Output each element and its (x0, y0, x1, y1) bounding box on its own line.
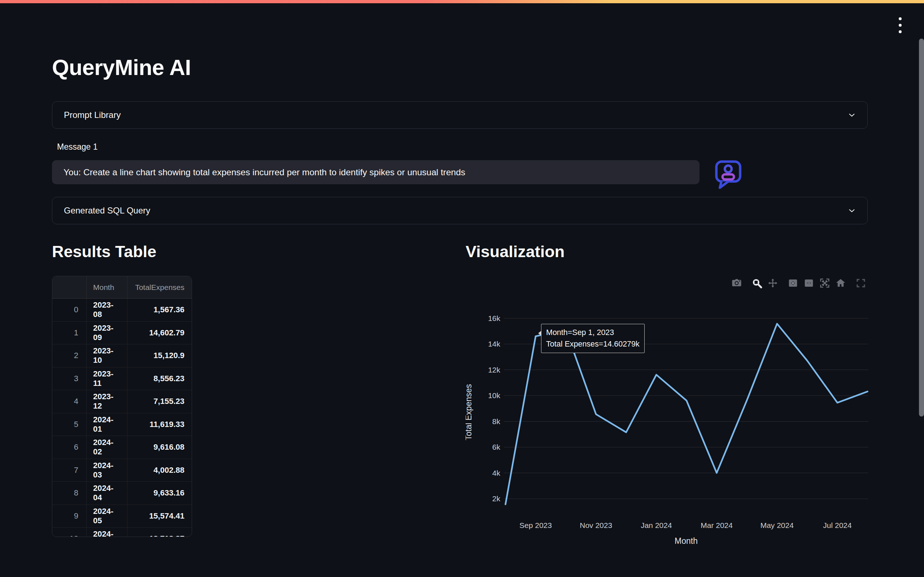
cell-month: 2023-10 (87, 344, 128, 367)
y-tick-label: 4k (492, 469, 501, 477)
cell-index: 5 (52, 413, 87, 436)
cell-index: 10 (52, 528, 87, 537)
table-header-index[interactable] (52, 276, 87, 298)
cell-totalexpenses: 8,556.23 (128, 367, 192, 390)
plotly-modebar (726, 278, 866, 288)
x-tick-label: Sep 2023 (519, 521, 552, 529)
plotly-chart[interactable]: 2k4k6k8k10k12k14k16kSep 2023Nov 2023Jan … (465, 278, 879, 559)
main-menu-kebab-icon[interactable] (896, 17, 905, 33)
y-axis-title: Total Expenses (465, 384, 473, 440)
camera-icon[interactable] (731, 278, 742, 288)
cell-totalexpenses: 12,712.37 (128, 528, 192, 537)
cell-index: 2 (52, 344, 87, 367)
pan-tool-icon[interactable] (767, 278, 778, 288)
table-row: 102024-0612,712.37 (52, 528, 192, 537)
table-row: 92024-0515,574.41 (52, 505, 192, 528)
cell-index: 7 (52, 459, 87, 482)
y-tick-label: 6k (492, 443, 501, 451)
chevron-down-icon[interactable] (847, 110, 856, 120)
table-row: 52024-0111,619.33 (52, 413, 192, 436)
cell-totalexpenses: 9,616.08 (128, 436, 192, 459)
cell-totalexpenses: 9,633.16 (128, 482, 192, 505)
autoscale-icon[interactable] (819, 278, 830, 288)
cell-month: 2023-09 (87, 322, 128, 345)
message-input[interactable]: You: Create a line chart showing total e… (52, 160, 699, 184)
cell-month: 2024-01 (87, 413, 128, 436)
reset-home-icon[interactable] (835, 278, 846, 288)
table-header-month[interactable]: Month (87, 276, 128, 298)
x-tick-label: May 2024 (761, 521, 794, 529)
cell-index: 3 (52, 367, 87, 390)
chart-tooltip: Month=Sep 1, 2023 Total Expenses=14.6027… (541, 324, 645, 353)
y-tick-label: 10k (488, 391, 500, 400)
zoom-out-icon[interactable] (803, 278, 814, 288)
x-tick-label: Jan 2024 (641, 521, 672, 529)
cell-totalexpenses: 1,567.36 (128, 298, 192, 322)
cell-totalexpenses: 15,574.41 (128, 505, 192, 528)
cell-month: 2024-06 (87, 528, 128, 537)
tooltip-value: Total Expenses=14.60279k (546, 338, 640, 350)
cell-month: 2023-12 (87, 390, 128, 413)
fullscreen-icon[interactable] (855, 278, 866, 288)
table-header-row: Month TotalExpenses (52, 276, 192, 298)
results-table-heading: Results Table (52, 242, 156, 261)
cell-totalexpenses: 4,002.88 (128, 459, 192, 482)
y-tick-label: 12k (488, 366, 500, 374)
cell-index: 8 (52, 482, 87, 505)
x-tick-label: Mar 2024 (701, 521, 733, 529)
table-row: 02023-081,567.36 (52, 298, 192, 322)
message-label: Message 1 (57, 142, 98, 152)
expander-generated-sql-query[interactable]: Generated SQL Query (52, 197, 868, 224)
cell-index: 0 (52, 298, 87, 322)
y-tick-label: 8k (492, 417, 501, 425)
y-tick-label: 16k (488, 314, 500, 322)
cell-totalexpenses: 15,120.9 (128, 344, 192, 367)
results-table-body: 02023-081,567.3612023-0914,602.7922023-1… (52, 298, 192, 537)
cell-index: 1 (52, 322, 87, 345)
cell-index: 6 (52, 436, 87, 459)
x-tick-label: Jul 2024 (823, 521, 852, 529)
expander-label: Prompt Library (64, 110, 121, 120)
cell-totalexpenses: 11,619.33 (128, 413, 192, 436)
table-row: 12023-0914,602.79 (52, 322, 192, 345)
results-dataframe[interactable]: Month TotalExpenses 02023-081,567.361202… (52, 276, 192, 537)
status-gradient-bar (0, 0, 924, 3)
zoom-in-icon[interactable] (788, 278, 798, 288)
cell-month: 2023-08 (87, 298, 128, 322)
table-row: 62024-029,616.08 (52, 436, 192, 459)
page-title: QueryMine AI (52, 55, 191, 80)
table-row: 42023-127,155.23 (52, 390, 192, 413)
page-scrollbar-thumb[interactable] (919, 39, 924, 416)
visualization-heading: Visualization (465, 242, 564, 261)
y-tick-label: 14k (488, 340, 500, 348)
table-row: 82024-049,633.16 (52, 482, 192, 505)
table-header-totalexpenses[interactable]: TotalExpenses (128, 276, 192, 298)
cell-month: 2023-11 (87, 367, 128, 390)
chevron-down-icon[interactable] (847, 206, 856, 215)
table-row: 32023-118,556.23 (52, 367, 192, 390)
cell-month: 2024-05 (87, 505, 128, 528)
cell-totalexpenses: 14,602.79 (128, 322, 192, 345)
table-row: 22023-1015,120.9 (52, 344, 192, 367)
y-tick-label: 2k (492, 495, 501, 503)
expander-label: Generated SQL Query (64, 206, 150, 216)
chat-user-icon (712, 159, 743, 190)
cell-totalexpenses: 7,155.23 (128, 390, 192, 413)
cell-index: 4 (52, 390, 87, 413)
tooltip-month: Month=Sep 1, 2023 (546, 327, 640, 338)
line-chart-canvas[interactable]: 2k4k6k8k10k12k14k16kSep 2023Nov 2023Jan … (465, 303, 879, 558)
cell-month: 2024-03 (87, 459, 128, 482)
zoom-tool-icon[interactable] (751, 278, 762, 288)
table-row: 72024-034,002.88 (52, 459, 192, 482)
x-tick-label: Nov 2023 (580, 521, 612, 529)
x-axis-title: Month (675, 536, 698, 546)
cell-month: 2024-04 (87, 482, 128, 505)
cell-month: 2024-02 (87, 436, 128, 459)
expander-prompt-library[interactable]: Prompt Library (52, 102, 868, 129)
cell-index: 9 (52, 505, 87, 528)
